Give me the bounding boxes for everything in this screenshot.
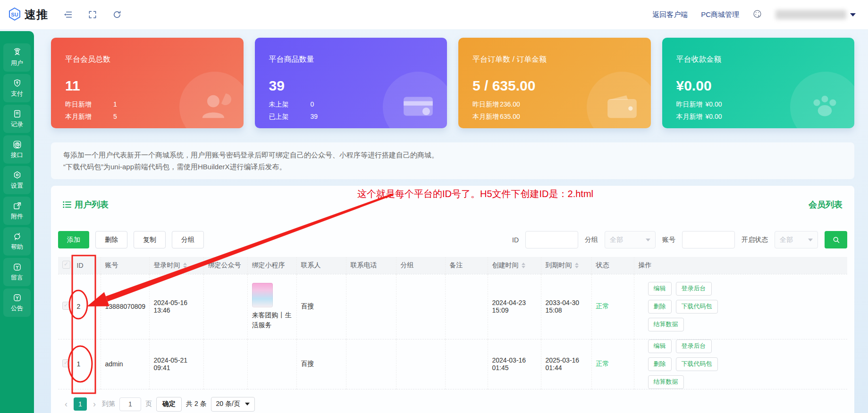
cell-mini-program: 来客团购丨生活服务 (247, 274, 296, 339)
search-button[interactable] (825, 231, 847, 248)
notice-line-1: 每添加一个用户代表新开一个商城系统，用户用账号密码登录后即可绑定自己的公众号、小… (63, 149, 842, 161)
settlement-data-button[interactable]: 结算数据 (648, 375, 684, 389)
pc-mall-link[interactable]: PC商城管理 (701, 10, 739, 19)
group-filter-select[interactable]: 全部 (605, 231, 656, 248)
sidebar-item-label: 支付 (11, 90, 23, 98)
sidebar-item-messages[interactable]: 留言 (3, 258, 31, 286)
page-size-select[interactable]: 20 条/页 (211, 397, 255, 412)
sidebar-item-help[interactable]: 帮助 (3, 227, 31, 256)
chevron-down-icon (850, 13, 856, 17)
card-row-value: 236.00 (500, 100, 520, 109)
account-filter-input[interactable] (682, 231, 735, 248)
next-page-icon[interactable]: › (91, 399, 98, 409)
card-row-label: 本月新增 (676, 113, 703, 121)
sidebar-item-settings[interactable]: 设置 (3, 166, 31, 194)
stat-cards: 平台会员总数 11 昨日新增1 本月新增5 平台商品数量 39 未上架0 已上架… (51, 38, 854, 128)
copy-button[interactable]: 复制 (134, 231, 166, 248)
login-backend-button[interactable]: 登录后台 (676, 282, 712, 296)
col-phone: 联系电话 (346, 257, 396, 274)
col-id: ID (72, 257, 101, 274)
download-code-button[interactable]: 下载代码包 (676, 357, 718, 371)
sidebar-item-label: 留言 (11, 273, 23, 282)
group-button[interactable]: 分组 (172, 231, 204, 248)
col-created[interactable]: 创建时间 (488, 257, 541, 274)
sidebar-item-users[interactable]: 用户 (3, 43, 31, 72)
settlement-data-button[interactable]: 结算数据 (648, 318, 684, 331)
status-filter-label: 开启状态 (742, 236, 768, 244)
card-row-value: ¥0.00 (706, 113, 722, 121)
cell-created: 2024-04-23 15:09 (488, 274, 541, 339)
messages-icon (12, 262, 22, 272)
col-login-time[interactable]: 登录时间 (149, 257, 203, 274)
cell-phone (346, 274, 396, 339)
cell-group (396, 274, 445, 339)
sidebar-item-attachments[interactable]: 附件 (3, 197, 31, 225)
group-filter-label: 分组 (585, 236, 598, 244)
main-content: 平台会员总数 11 昨日新增1 本月新增5 平台商品数量 39 未上架0 已上架… (51, 29, 854, 413)
sidebar-item-records[interactable]: 记录 (3, 105, 31, 133)
sort-icon[interactable] (522, 263, 525, 268)
account-menu[interactable] (775, 10, 856, 19)
group-filter-value: 全部 (610, 236, 623, 244)
list-icon (63, 201, 71, 208)
card-row-value: 1 (113, 100, 117, 109)
card-title: 平台订单数 / 订单金额 (472, 55, 637, 65)
status-badge: 正常 (591, 339, 634, 389)
confirm-button[interactable]: 确定 (156, 397, 182, 412)
status-filter-select[interactable]: 全部 (775, 231, 818, 248)
row-checkbox[interactable] (62, 302, 70, 310)
prev-page-icon[interactable]: ‹ (63, 399, 69, 409)
col-expires[interactable]: 到期时间 (541, 257, 591, 274)
cell-expires: 2025-03-16 01:44 (541, 339, 591, 389)
sidebar-item-api[interactable]: 接口 (3, 135, 31, 164)
back-to-client-link[interactable]: 返回客户端 (652, 10, 688, 19)
records-icon (12, 109, 22, 119)
cell-group (396, 339, 445, 389)
payment-icon (12, 78, 22, 88)
user-list-panel: 用户列表 会员列表 添加 删除 复制 分组 ID 分组 全部 账号 开启状态 (51, 186, 854, 413)
sidebar-item-label: 接口 (11, 151, 23, 159)
delete-row-button[interactable]: 删除 (648, 300, 672, 314)
sort-icon[interactable] (183, 263, 187, 268)
edit-button[interactable]: 编辑 (648, 339, 672, 353)
member-list-link[interactable]: 会员列表 (809, 199, 843, 210)
user-list-title: 用户列表 (63, 199, 109, 210)
chevron-down-icon (808, 239, 813, 241)
cell-contact: 百搜 (296, 339, 346, 389)
card-row-label: 昨日新增 (676, 100, 703, 109)
fullscreen-icon[interactable] (88, 10, 97, 19)
card-row-value: 39 (311, 113, 318, 121)
col-actions: 操作 (634, 257, 847, 274)
card-title: 平台收款金额 (676, 55, 841, 65)
card-row-label: 已上架 (269, 113, 289, 121)
top-bar: SU 速推 返回客户端 PC商城管理 (0, 0, 868, 29)
cell-phone (346, 339, 396, 389)
download-code-button[interactable]: 下载代码包 (676, 300, 718, 314)
refresh-icon[interactable] (112, 10, 122, 19)
page-button-1[interactable]: 1 (74, 397, 87, 411)
add-button[interactable]: 添加 (58, 231, 89, 248)
id-filter-input[interactable] (525, 231, 578, 248)
row-actions: 编辑 登录后台 删除 下载代码包 结算数据 (648, 339, 727, 389)
select-all-checkbox[interactable] (62, 261, 70, 269)
stat-card-goods: 平台商品数量 39 未上架0 已上架39 (255, 38, 447, 128)
sidebar-item-announcements[interactable]: 公告 (3, 289, 31, 317)
goto-page-input[interactable] (119, 397, 141, 411)
table-row: 2 13888070809 2024-05-16 13:46 来客团购丨生活服务… (58, 274, 847, 339)
sidebar-item-payment[interactable]: 支付 (3, 74, 31, 102)
delete-row-button[interactable]: 删除 (648, 357, 672, 371)
api-icon (12, 140, 22, 149)
edit-button[interactable]: 编辑 (648, 282, 672, 296)
cell-official-account (203, 274, 247, 339)
sort-icon[interactable] (575, 263, 579, 268)
login-backend-button[interactable]: 登录后台 (676, 339, 712, 353)
sidebar: 用户 支付 记录 接口 设置 附件 帮助 留言 公告 (0, 31, 34, 413)
card-row-label: 昨日新增 (472, 100, 499, 109)
notice-panel: 每添加一个用户代表新开一个商城系统，用户用账号密码登录后即可绑定自己的公众号、小… (51, 142, 854, 179)
row-checkbox[interactable] (62, 359, 70, 367)
theme-palette-icon[interactable] (752, 9, 762, 21)
card-row-label: 未上架 (269, 100, 289, 109)
total-count: 共 2 条 (186, 400, 207, 408)
menu-fold-icon[interactable] (63, 10, 73, 19)
delete-button[interactable]: 删除 (95, 231, 127, 248)
